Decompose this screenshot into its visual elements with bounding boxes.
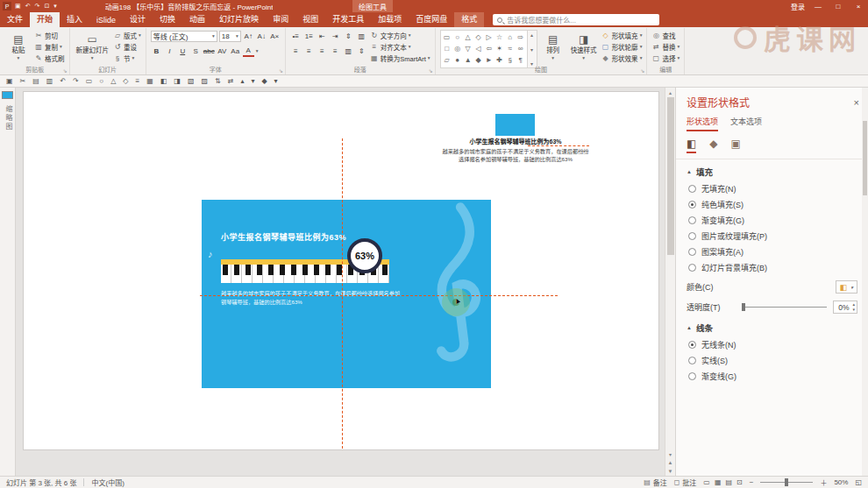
- ribbon-tab[interactable]: 文件: [0, 11, 30, 27]
- caption-body-text[interactable]: 越来越多的城市家庭的孩子不满足于义务教育，在课后都纷纷选择报名参加钢琴辅导班，基…: [442, 147, 589, 164]
- canvas-vertical-scrollbar[interactable]: ▴ ▾ ▲ ▼: [665, 88, 675, 476]
- quick-toolbar-icon[interactable]: ○: [99, 77, 103, 85]
- shape-button[interactable]: ✚: [494, 54, 505, 65]
- ribbon-tab[interactable]: 审阅: [266, 11, 295, 27]
- slide-canvas[interactable]: 小学生报名钢琴辅导班比例为63% 越来越多的城市家庭的孩子不满足于义务教育，在课…: [16, 88, 665, 476]
- scroll-up-icon[interactable]: ▴: [665, 88, 675, 96]
- tellme-search-box[interactable]: 告诉我您想要做什么...: [493, 14, 659, 25]
- quick-toolbar-icon[interactable]: ◇: [123, 77, 128, 85]
- quick-toolbar-icon[interactable]: ⇅: [215, 77, 221, 85]
- fill-option[interactable]: 渐变填充(G): [688, 215, 857, 226]
- shape-button[interactable]: ▱: [442, 54, 452, 65]
- ribbon-tab[interactable]: 设计: [123, 11, 153, 27]
- previous-slide-button[interactable]: ▲: [665, 458, 675, 467]
- close-button[interactable]: ×: [851, 3, 865, 11]
- shape-button[interactable]: ≈: [505, 43, 516, 53]
- thumbnails-pane[interactable]: 缩略图: [0, 88, 16, 476]
- quick-access-icon[interactable]: ↶: [25, 3, 31, 10]
- shape-button[interactable]: ►: [484, 54, 494, 65]
- ribbon-tab[interactable]: 切换: [153, 11, 182, 27]
- size-properties-icon[interactable]: ▣: [731, 138, 741, 153]
- ribbon-tab[interactable]: 幻灯片放映: [212, 11, 266, 27]
- maximize-button[interactable]: □: [831, 3, 845, 11]
- gallery-scroll-down-icon[interactable]: ▾: [530, 46, 533, 53]
- select-button[interactable]: ▢选择▾: [651, 53, 679, 63]
- shape-button[interactable]: ▭: [442, 32, 452, 42]
- tab-shape-options[interactable]: 形状选项: [687, 116, 718, 131]
- shape-button[interactable]: ◎: [452, 43, 463, 53]
- new-slide-button[interactable]: ▭ 新建幻灯片 ▾: [75, 30, 111, 65]
- ribbon-tab[interactable]: iSlide: [89, 14, 123, 27]
- transparency-slider[interactable]: [742, 307, 827, 308]
- ribbon-tab[interactable]: 开发工具: [325, 11, 371, 27]
- fit-to-window-button[interactable]: ◱: [855, 478, 862, 486]
- strikethrough-button[interactable]: abc: [203, 46, 215, 57]
- gallery-scroll-up-icon[interactable]: ▴: [530, 32, 533, 38]
- view-button[interactable]: ▦: [715, 478, 722, 486]
- zoom-out-button[interactable]: −: [750, 478, 754, 486]
- change-case-button[interactable]: Aa: [230, 46, 241, 57]
- color-dropdown-button[interactable]: ◧ ▾: [836, 280, 857, 294]
- shape-fill-button[interactable]: ◇形状填充▾: [601, 30, 643, 40]
- infographic-title[interactable]: 小学生报名钢琴辅导班比例为63%: [221, 231, 346, 243]
- shape-button[interactable]: ◆: [473, 54, 484, 65]
- reset-button[interactable]: ↺重设: [113, 41, 141, 52]
- quick-toolbar-icon[interactable]: ▭: [86, 77, 93, 85]
- dialog-launcher-icon[interactable]: ⇘: [62, 67, 67, 74]
- selected-rectangle-shape[interactable]: [495, 114, 535, 136]
- shape-button[interactable]: △: [463, 32, 473, 42]
- fill-option[interactable]: 幻灯片背景填充(B): [688, 262, 857, 273]
- fill-option[interactable]: 图片或纹理填充(P): [688, 230, 857, 242]
- quick-toolbar-icon[interactable]: ✂: [20, 77, 26, 85]
- zoom-in-button[interactable]: ＋: [820, 477, 827, 487]
- shape-effects-button[interactable]: ◆形状效果▾: [601, 53, 643, 63]
- line-option[interactable]: 无线条(N): [688, 339, 857, 350]
- view-button[interactable]: ⊡: [736, 478, 743, 486]
- comments-button[interactable]: ◻批注: [674, 477, 697, 487]
- line-option[interactable]: 渐变线(G): [688, 371, 857, 382]
- arrange-button[interactable]: ▤ 排列 ▾: [540, 30, 566, 65]
- align-text-button[interactable]: ≡对齐文本▾: [370, 41, 430, 52]
- align-right-button[interactable]: ≡: [317, 46, 328, 57]
- quick-styles-button[interactable]: ◨ 快速样式 ▾: [569, 30, 599, 65]
- shape-button[interactable]: ◁: [473, 43, 484, 53]
- paste-button[interactable]: ▤ 粘贴 ▾: [5, 30, 32, 65]
- clear-formatting-button[interactable]: A×: [269, 31, 281, 42]
- fill-option[interactable]: 无填充(N): [688, 183, 857, 194]
- fill-section-header[interactable]: ▲ 填充: [687, 166, 857, 178]
- shape-button[interactable]: ▲: [463, 54, 473, 65]
- quick-toolbar-icon[interactable]: ▤: [32, 77, 39, 85]
- format-painter-button[interactable]: ✎格式刷: [34, 53, 65, 63]
- numbering-button[interactable]: 1≡: [303, 31, 315, 42]
- quick-toolbar-icon[interactable]: ↶: [60, 77, 66, 85]
- replace-button[interactable]: ⇄替换▾: [651, 41, 679, 52]
- shape-button[interactable]: ▷: [484, 32, 494, 42]
- columns-button[interactable]: ▥: [343, 46, 354, 57]
- ribbon-tab[interactable]: 视图: [295, 11, 325, 27]
- line-spacing-button[interactable]: ⇕: [356, 46, 367, 57]
- cut-button[interactable]: ✂剪切: [34, 30, 65, 40]
- quick-toolbar-icon[interactable]: △: [110, 77, 116, 85]
- shape-button[interactable]: ✶: [494, 43, 505, 53]
- quick-access-icon[interactable]: ↷: [35, 3, 40, 10]
- fill-line-icon[interactable]: ◧: [687, 138, 696, 153]
- text-direction-button[interactable]: ↻文字方向▾: [370, 30, 430, 40]
- pane-scrollbar[interactable]: [862, 88, 868, 476]
- quick-toolbar-icon[interactable]: ◆: [261, 77, 267, 85]
- zoom-percentage[interactable]: 50%: [834, 478, 848, 486]
- bold-button[interactable]: B: [151, 46, 162, 57]
- ribbon-tab[interactable]: 动画: [182, 11, 212, 27]
- font-size-select[interactable]: 18▾: [219, 31, 241, 42]
- quick-toolbar-icon[interactable]: ◧: [160, 77, 167, 85]
- shape-button[interactable]: ●: [452, 54, 463, 65]
- shape-button[interactable]: ⌂: [505, 32, 516, 42]
- underline-button[interactable]: U: [177, 46, 189, 57]
- close-icon[interactable]: ×: [854, 97, 859, 108]
- shape-button[interactable]: ▽: [463, 43, 473, 53]
- quick-toolbar-icon[interactable]: ⇄: [228, 77, 234, 85]
- infographic-body-text[interactable]: 越来越多的城市家庭的孩子不满足于义务教育，在课后都纷纷选择报名参加钢琴辅导班，基…: [221, 289, 401, 306]
- gallery-more-icon[interactable]: ▾: [530, 60, 533, 67]
- italic-button[interactable]: I: [164, 46, 175, 57]
- increase-font-size-button[interactable]: A↑: [243, 31, 254, 42]
- spin-down-icon[interactable]: ▾: [852, 308, 855, 313]
